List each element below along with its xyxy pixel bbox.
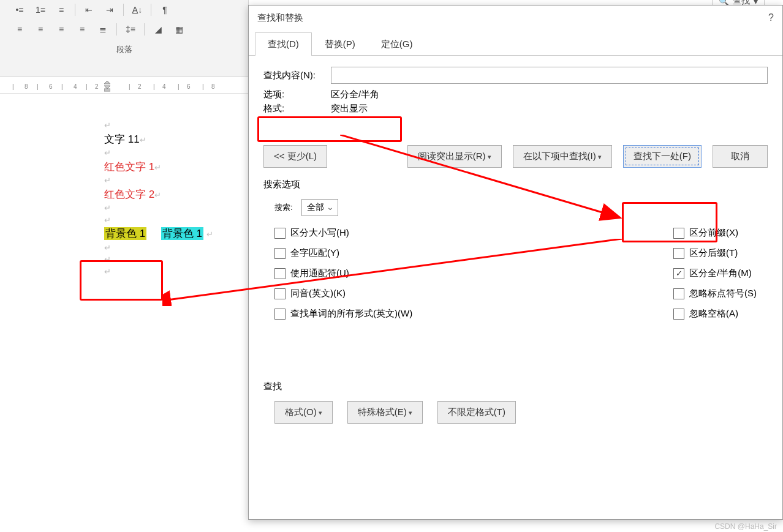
full-half-width-checkbox[interactable]: 区分全/半角(M) <box>673 268 757 279</box>
reading-highlight-button[interactable]: 阅读突出显示(R) <box>407 145 502 168</box>
dialog-tabs: 查找(D) 替换(P) 定位(G) <box>249 32 782 56</box>
line-spacing-button[interactable]: ‡≡ <box>122 22 139 37</box>
find-next-button[interactable]: 查找下一处(F) <box>623 145 702 168</box>
search-direction-label: 搜索: <box>274 202 293 213</box>
separator <box>151 4 151 16</box>
shading-button[interactable]: ◢ <box>149 22 167 37</box>
match-case-checkbox[interactable]: 区分大小写(H) <box>274 227 412 239</box>
tab-find[interactable]: 查找(D) <box>255 32 312 56</box>
align-left-button[interactable]: ≡ <box>11 22 28 37</box>
dialog-title: 查找和替换 <box>257 12 303 24</box>
ignore-punct-checkbox[interactable]: 忽略标点符号(S) <box>673 288 757 299</box>
find-replace-dialog: 查找和替换 ? 查找(D) 替换(P) 定位(G) 查找内容(N): 选项: 区… <box>248 5 783 520</box>
red-text-1: 红色文字 1 <box>104 161 154 173</box>
cancel-button[interactable]: 取消 <box>713 145 768 168</box>
paragraph-mark: ↵ <box>104 119 245 132</box>
show-marks-button[interactable]: ¶ <box>156 2 173 17</box>
sounds-like-checkbox[interactable]: 同音(英文)(K) <box>274 288 412 299</box>
borders-button[interactable]: ▦ <box>170 22 187 37</box>
tab-goto[interactable]: 定位(G) <box>368 32 426 56</box>
find-content-label: 查找内容(N): <box>263 70 331 81</box>
match-prefix-checkbox[interactable]: 区分前缀(X) <box>673 227 757 239</box>
word-forms-checkbox[interactable]: 查找单词的所有形式(英文)(W) <box>274 308 412 320</box>
separator <box>75 4 75 16</box>
separator <box>144 23 145 36</box>
search-options-label: 搜索选项 <box>263 179 768 190</box>
wildcards-checkbox[interactable]: 使用通配符(U) <box>274 268 412 279</box>
justify-button[interactable]: ≡ <box>74 22 91 37</box>
no-format-button[interactable]: 不限定格式(T) <box>437 401 516 424</box>
indent-marker-icon[interactable] <box>104 81 109 91</box>
whole-word-checkbox[interactable]: 全字匹配(Y) <box>274 247 412 259</box>
red-text-2: 红色文字 2 <box>104 189 154 200</box>
watermark: CSDN @HaHa_Sir <box>714 522 777 531</box>
bullets-button[interactable]: •≡ <box>11 2 28 17</box>
find-content-input[interactable] <box>331 67 768 84</box>
svg-marker-1 <box>104 86 110 89</box>
document-body: ↵ 文字 11↵ ↵ 红色文字 1↵ ↵ 红色文字 2↵ ↵ ↵ 背景色 1 背… <box>104 119 245 277</box>
find-section-label: 查找 <box>263 381 768 392</box>
special-format-button[interactable]: 特殊格式(E) <box>347 401 423 424</box>
separator <box>123 4 124 16</box>
text-line: 文字 11 <box>104 133 140 145</box>
multilevel-button[interactable]: ≡ <box>53 2 70 17</box>
highlighted-text-yellow: 背景色 1 <box>104 227 146 240</box>
increase-indent-button[interactable]: ⇥ <box>101 2 118 17</box>
format-button[interactable]: 格式(O) <box>274 401 333 424</box>
highlighted-text-cyan: 背景色 1 <box>161 227 203 240</box>
help-icon[interactable]: ? <box>768 12 774 23</box>
numbering-button[interactable]: 1≡ <box>32 2 49 17</box>
ribbon-section-label: 段落 <box>0 44 248 55</box>
ribbon-paragraph-group: •≡ 1≡ ≡ ⇤ ⇥ A↓ ¶ ≡ ≡ ≡ ≡ ≣ ‡≡ ◢ ▦ 段落 <box>0 0 249 77</box>
search-direction-select[interactable]: 全部 <box>301 199 338 216</box>
ignore-space-checkbox[interactable]: 忽略空格(A) <box>673 308 757 320</box>
separator <box>116 23 117 36</box>
sort-button[interactable]: A↓ <box>129 2 146 17</box>
decrease-indent-button[interactable]: ⇤ <box>80 2 97 17</box>
svg-marker-0 <box>104 81 110 84</box>
svg-rect-2 <box>104 89 110 91</box>
distribute-button[interactable]: ≣ <box>94 22 112 37</box>
less-button[interactable]: << 更少(L) <box>263 145 327 168</box>
format-value: 突出显示 <box>331 103 368 114</box>
tab-replace[interactable]: 替换(P) <box>312 32 368 56</box>
align-right-button[interactable]: ≡ <box>53 22 70 37</box>
match-suffix-checkbox[interactable]: 区分后缀(T) <box>673 247 757 259</box>
format-label: 格式: <box>263 103 331 114</box>
find-in-button[interactable]: 在以下项中查找(I) <box>513 145 612 168</box>
ruler[interactable]: |8 |6 |4 |2 |2 |4 |6 |8 <box>0 80 248 94</box>
options-label: 选项: <box>263 89 331 100</box>
options-value: 区分全/半角 <box>331 89 379 100</box>
align-center-button[interactable]: ≡ <box>32 22 49 37</box>
